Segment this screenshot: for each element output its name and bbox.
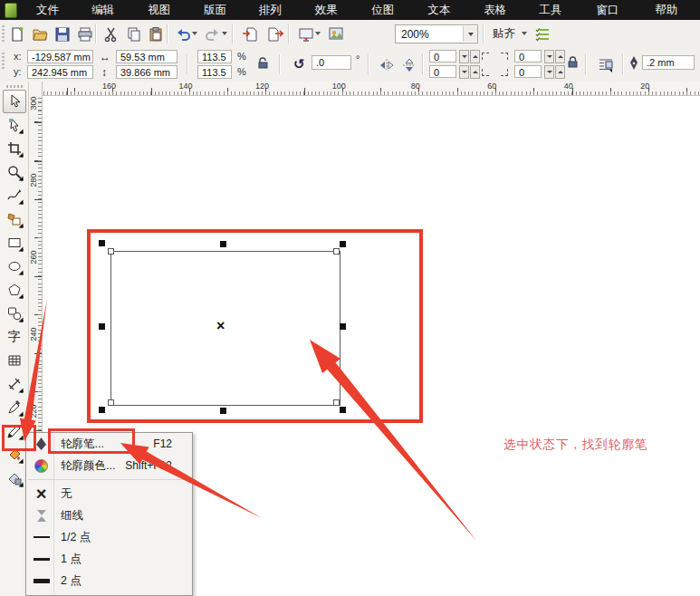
flyout-menu-item[interactable]: 1 点	[26, 548, 192, 570]
flyout-menu-item[interactable]: 细线	[26, 505, 192, 526]
export-button[interactable]	[264, 23, 287, 46]
lock-corners-icon[interactable]	[567, 56, 579, 69]
redo-icon	[205, 26, 221, 43]
copy-button[interactable]	[122, 23, 146, 46]
flyout-menu-item[interactable]: 8 点	[26, 591, 192, 596]
menu-item[interactable]: 视图(V)	[136, 0, 192, 20]
horizontal-ruler[interactable]: 16014012010080604020	[42, 82, 700, 96]
menu-item[interactable]: 文本(X)	[416, 0, 472, 20]
tool-pick[interactable]	[3, 90, 26, 113]
cut-icon	[103, 26, 120, 43]
menu-item[interactable]: 编辑(E)	[80, 0, 136, 20]
undo-dropdown-caret[interactable]	[192, 32, 197, 35]
tool-dimension[interactable]	[3, 372, 26, 396]
menu-item[interactable]: 窗口(W)	[585, 0, 644, 20]
percent-label: %	[237, 51, 246, 62]
menu-item[interactable]: 效果(C)	[303, 0, 360, 20]
line-1-icon	[29, 558, 53, 561]
import-button[interactable]	[238, 23, 262, 46]
tool-eyedropper[interactable]	[3, 396, 26, 419]
zoom-level-combo[interactable]: 200%	[395, 24, 478, 43]
menu-item[interactable]: 版面(L)	[192, 0, 247, 20]
mirror-vertical-button[interactable]	[398, 54, 420, 76]
zoom-dropdown-button[interactable]	[463, 26, 477, 42]
tool-basic-shapes[interactable]	[3, 302, 26, 325]
print-button[interactable]	[73, 23, 97, 46]
menu-item[interactable]: 位图(B)	[360, 0, 416, 20]
menu-item[interactable]: 表格(T)	[472, 0, 527, 20]
tool-rectangle[interactable]	[3, 231, 26, 255]
export-icon	[267, 26, 283, 43]
menu-item[interactable]: 帮助(H)	[644, 0, 700, 20]
cut-button[interactable]	[100, 23, 123, 46]
corner-radius-tr-field[interactable]: 0	[514, 50, 542, 62]
menu-item[interactable]: 文件(F)	[24, 0, 80, 20]
corner-bl-spinner[interactable]	[459, 65, 480, 79]
crop-tool-icon	[7, 141, 22, 156]
flyout-menu-item[interactable]: 轮廓颜色... Shift+F12	[26, 455, 192, 476]
outline-width-icon	[628, 55, 639, 71]
tool-zoom[interactable]	[3, 160, 26, 184]
wrap-text-button[interactable]	[593, 53, 618, 78]
save-icon	[54, 26, 71, 43]
menu-item[interactable]: 工具(O)	[527, 0, 584, 20]
object-height-icon: ↕	[101, 66, 107, 79]
open-button[interactable]	[28, 23, 52, 46]
scale-h-field[interactable]: 113.5	[197, 50, 232, 63]
pick-tool-icon	[7, 94, 22, 109]
paste-button[interactable]	[144, 23, 168, 46]
basic-shapes-tool-icon	[7, 306, 22, 321]
chevron-down-icon	[468, 33, 474, 36]
new-document-button[interactable]	[5, 23, 29, 46]
save-button[interactable]	[51, 23, 74, 46]
corner-br-spinner[interactable]	[544, 65, 565, 79]
propbar-separator	[368, 54, 369, 74]
corner-radius-bl-field[interactable]: 0	[429, 65, 456, 78]
tool-interactive-fill[interactable]	[3, 466, 26, 490]
corner-radius-br-field[interactable]: 0	[514, 65, 542, 78]
object-height-field[interactable]: 39.866 mm	[116, 65, 177, 79]
app-logo-icon	[5, 3, 17, 18]
tool-ellipse[interactable]	[3, 255, 26, 278]
corner-tl-spinner[interactable]	[459, 50, 480, 63]
scale-v-field[interactable]: 113.5	[197, 65, 232, 79]
corner-tr-spinner[interactable]	[544, 50, 565, 63]
tool-shape[interactable]	[3, 113, 26, 137]
tool-crop[interactable]	[3, 137, 26, 160]
ruler-label: 140	[175, 82, 197, 91]
flyout-menu-item[interactable]: 无	[26, 483, 192, 505]
shape-tool-icon	[7, 118, 22, 132]
ruler-ticks	[42, 82, 700, 95]
open-folder-icon	[32, 26, 48, 43]
redo-dropdown-caret[interactable]	[222, 32, 227, 35]
menu-item[interactable]: 排列(A)	[247, 0, 303, 20]
snap-dropdown-caret[interactable]	[522, 32, 527, 35]
rotation-angle-field[interactable]: .0	[312, 55, 351, 70]
tool-freehand[interactable]	[3, 184, 26, 207]
dimension-tool-icon	[7, 377, 22, 391]
launcher-dropdown-caret[interactable]	[315, 32, 321, 35]
polygon-tool-icon	[7, 283, 22, 297]
lock-ratio-icon[interactable]	[257, 57, 269, 70]
tool-table[interactable]	[3, 349, 26, 372]
toolbar-separator	[288, 24, 289, 43]
options-button[interactable]	[531, 23, 554, 46]
tool-smart-fill[interactable]	[3, 207, 26, 231]
flyout-menu-item[interactable]: 1/2 点	[26, 526, 192, 548]
tool-polygon[interactable]	[3, 278, 26, 302]
flyout-menu-item[interactable]: 2 点	[26, 570, 192, 591]
tool-text[interactable]: 字	[3, 325, 26, 349]
corner-radius-tl-field[interactable]: 0	[429, 50, 456, 62]
mirror-horizontal-icon	[379, 58, 394, 72]
percent-label: %	[237, 66, 246, 77]
welcome-screen-button[interactable]	[324, 23, 348, 46]
object-width-field[interactable]: 59.53 mm	[116, 50, 177, 63]
snap-to-button[interactable]: 贴齐	[489, 24, 519, 43]
options-checklist-icon	[534, 26, 551, 43]
outline-width-field[interactable]: .2 mm	[642, 55, 695, 70]
outline-flyout-menu: 轮廓笔... F12 轮廓颜色... Shift+F12 无	[25, 432, 193, 596]
y-position-field[interactable]: 242.945 mm	[27, 65, 93, 79]
x-position-field[interactable]: -129.587 mm	[27, 50, 93, 63]
mirror-horizontal-button[interactable]	[376, 54, 398, 76]
flyout-menu-item[interactable]	[26, 476, 192, 483]
